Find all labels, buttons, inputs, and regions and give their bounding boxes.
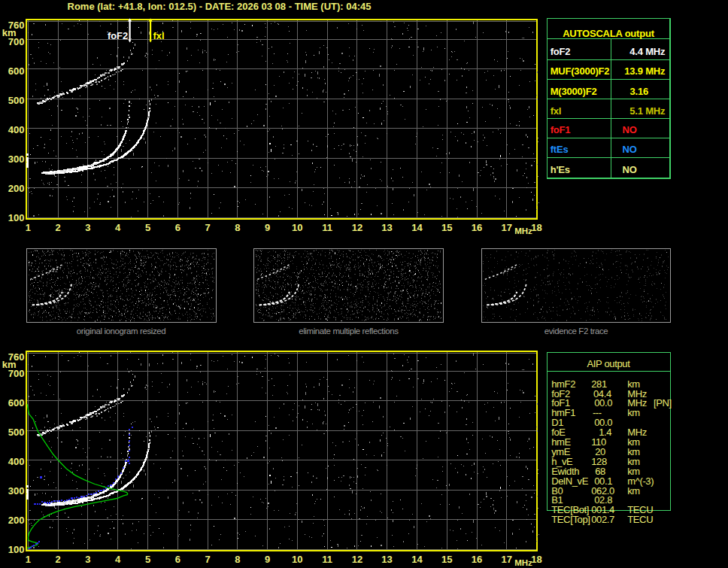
svg-text:Rome (lat: +41.8, lon: 012.5): Rome (lat: +41.8, lon: 012.5) - DATE: 20… (68, 1, 372, 12)
svg-text:original ionogram resized: original ionogram resized (77, 327, 165, 336)
svg-text:AIP output: AIP output (587, 358, 631, 369)
svg-text:002.7: 002.7 (591, 514, 614, 525)
svg-text:NO: NO (623, 144, 637, 155)
svg-text:NO: NO (623, 164, 637, 175)
svg-text:ftEs: ftEs (551, 144, 569, 155)
svg-text:foF1: foF1 (551, 124, 571, 135)
svg-text:km: km (627, 407, 640, 418)
svg-text:foF2: foF2 (551, 46, 571, 57)
svg-text:NO: NO (623, 124, 637, 135)
svg-text:3.16: 3.16 (630, 86, 649, 97)
svg-text:fxI: fxI (153, 30, 165, 41)
svg-text:km: km (627, 485, 640, 497)
svg-text:5.1 MHz: 5.1 MHz (629, 105, 666, 117)
svg-text:TECU: TECU (627, 514, 653, 525)
svg-text:TEC[Top]: TEC[Top] (551, 514, 590, 525)
svg-text:eliminate multiple reflections: eliminate multiple reflections (299, 327, 399, 336)
svg-text:foF2: foF2 (108, 30, 128, 41)
svg-text:AUTOSCALA output: AUTOSCALA output (563, 28, 655, 39)
svg-text:MUF(3000)F2: MUF(3000)F2 (551, 65, 610, 77)
svg-text:13.9 MHz: 13.9 MHz (624, 65, 666, 77)
svg-text:evidence F2 trace: evidence F2 trace (544, 327, 608, 336)
svg-text:fxI: fxI (551, 105, 562, 117)
svg-text:h'Es: h'Es (551, 164, 570, 175)
svg-text:4.4 MHz: 4.4 MHz (629, 46, 666, 57)
svg-text:M(3000)F2: M(3000)F2 (551, 86, 597, 97)
svg-text:[PN]: [PN] (654, 397, 672, 409)
